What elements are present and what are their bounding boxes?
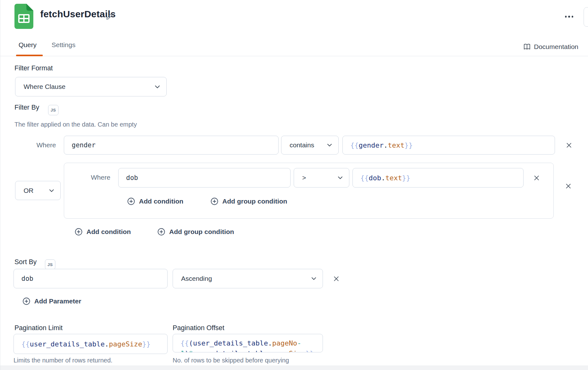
- close-icon: [565, 183, 572, 189]
- pagination-offset-help: No. of rows to be skipped before queryin…: [173, 357, 289, 364]
- add-condition-label: Add condition: [86, 228, 131, 236]
- tab-settings[interactable]: Settings: [52, 41, 75, 49]
- condition1-operator-value: contains: [290, 141, 314, 149]
- google-sheets-icon: [14, 4, 34, 29]
- where-label: Where: [36, 141, 56, 149]
- sort-by-js-toggle[interactable]: JS: [45, 259, 55, 269]
- documentation-link[interactable]: Documentation: [523, 43, 578, 51]
- group-add-group-condition-button[interactable]: Add group condition: [210, 197, 287, 205]
- more-menu-button[interactable]: [561, 11, 578, 23]
- condition1-value-input[interactable]: {{gender.text}}: [342, 136, 555, 155]
- sort-by-label: Sort By: [14, 258, 37, 266]
- pagination-offset-code-line2: 1)*user_details_table.pageSize}}: [180, 348, 323, 352]
- run-button-cutoff[interactable]: [584, 7, 588, 27]
- circle-plus-icon: [127, 197, 135, 205]
- chevron-down-icon: [338, 176, 343, 179]
- sort-column-value: dob: [21, 275, 33, 282]
- condition1-column-value: gender: [72, 141, 96, 149]
- ellipsis-icon: [565, 16, 574, 18]
- filter-by-js-toggle[interactable]: JS: [48, 105, 58, 115]
- group-condition-column-input[interactable]: dob: [118, 168, 291, 188]
- sort-order-value: Ascending: [181, 275, 212, 282]
- active-tab-underline: [16, 55, 43, 56]
- add-group-condition-label: Add group condition: [169, 228, 234, 236]
- tab-query[interactable]: Query: [19, 41, 36, 49]
- group-where-label: Where: [91, 174, 110, 181]
- pagination-offset-code-line1: {{(user_details_table.pageNo-: [180, 338, 323, 348]
- add-condition-button[interactable]: Add condition: [75, 228, 131, 236]
- chevron-down-icon: [327, 144, 332, 147]
- pagination-offset-label: Pagination Offset: [173, 324, 225, 332]
- group-condition-operator-value: >: [302, 174, 306, 182]
- add-parameter-button[interactable]: Add Parameter: [22, 297, 81, 305]
- filter-format-label: Filter Format: [14, 64, 53, 72]
- close-icon: [333, 275, 340, 282]
- filter-format-select[interactable]: Where Clause: [15, 77, 167, 96]
- group-condition-value-code: {{dob.text}}: [360, 173, 410, 183]
- group-logic-select[interactable]: OR: [15, 181, 61, 200]
- chevron-down-icon: [311, 277, 316, 280]
- condition1-column-input[interactable]: gender: [64, 136, 279, 155]
- group-add-group-condition-label: Add group condition: [222, 198, 287, 205]
- condition1-value-code: {{gender.text}}: [350, 140, 413, 150]
- rename-pencil-button[interactable]: [103, 11, 115, 23]
- pencil-icon: [105, 13, 114, 21]
- add-group-condition-button[interactable]: Add group condition: [157, 228, 234, 236]
- condition1-operator-select[interactable]: contains: [281, 136, 339, 155]
- group-condition-remove-button[interactable]: [531, 172, 542, 183]
- documentation-label: Documentation: [534, 43, 578, 51]
- sort-remove-button[interactable]: [331, 273, 341, 284]
- circle-plus-icon: [75, 228, 83, 236]
- pagination-limit-input[interactable]: {{user_details_table.pageSize}}: [14, 334, 168, 354]
- circle-plus-icon: [210, 197, 219, 205]
- sort-order-select[interactable]: Ascending: [173, 269, 323, 288]
- group-remove-button[interactable]: [563, 181, 574, 191]
- circle-plus-icon: [22, 297, 31, 305]
- group-condition-operator-select[interactable]: >: [294, 168, 349, 188]
- pagination-limit-code: {{user_details_table.pageSize}}: [21, 339, 151, 349]
- filter-format-value: Where Clause: [24, 83, 65, 90]
- condition1-remove-button[interactable]: [563, 140, 574, 150]
- group-add-condition-button[interactable]: Add condition: [127, 197, 183, 205]
- tabs-divider: [0, 56, 588, 56]
- close-icon: [566, 142, 572, 149]
- close-icon: [533, 175, 540, 181]
- chevron-down-icon: [155, 85, 160, 89]
- bottom-scroll-strip: [0, 366, 588, 370]
- query-editor-page: fetchUserDetails Query Settings Document…: [0, 0, 588, 370]
- group-add-condition-label: Add condition: [139, 198, 183, 205]
- chevron-down-icon: [49, 189, 54, 192]
- add-parameter-label: Add Parameter: [34, 297, 81, 305]
- pagination-offset-input[interactable]: {{(user_details_table.pageNo- 1)*user_de…: [173, 334, 323, 352]
- filter-by-label: Filter By: [14, 104, 39, 112]
- circle-plus-icon: [157, 228, 165, 236]
- group-logic-value: OR: [24, 187, 34, 194]
- group-condition-value-input[interactable]: {{dob.text}}: [352, 168, 524, 188]
- filter-by-help: The filter applied on the data. Can be e…: [14, 121, 137, 128]
- book-icon: [523, 43, 531, 51]
- pagination-limit-label: Pagination Limit: [14, 324, 63, 332]
- pagination-limit-help: Limits the number of rows returned.: [14, 357, 113, 364]
- sort-column-input[interactable]: dob: [14, 269, 168, 288]
- group-condition-column-value: dob: [126, 174, 138, 182]
